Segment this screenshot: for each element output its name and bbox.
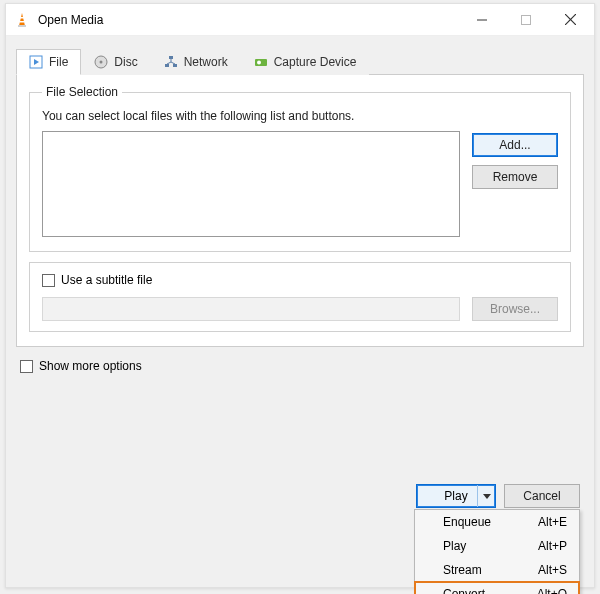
show-more-checkbox[interactable]: [20, 360, 33, 373]
maximize-button[interactable]: [504, 5, 548, 35]
footer-buttons: Play Cancel: [416, 484, 580, 508]
remove-button[interactable]: Remove: [472, 165, 558, 189]
add-button-label: Add...: [499, 138, 530, 152]
vlc-cone-icon: [14, 12, 30, 28]
file-icon: [29, 55, 43, 69]
subtitle-checkbox[interactable]: [42, 274, 55, 287]
tab-capture[interactable]: Capture Device: [241, 49, 370, 75]
show-more-label: Show more options: [39, 359, 142, 373]
dropdown-item-enqueue[interactable]: Enqueue Alt+E: [415, 510, 579, 534]
cancel-button-label: Cancel: [523, 489, 560, 503]
tab-capture-label: Capture Device: [274, 55, 357, 69]
dialog-body: File Disc Network Capture Device File Se…: [6, 36, 594, 587]
svg-line-17: [171, 62, 175, 64]
svg-marker-0: [19, 13, 25, 26]
open-media-dialog: Open Media File Disc Network Capture De: [5, 3, 595, 588]
titlebar: Open Media: [6, 4, 594, 36]
cancel-button[interactable]: Cancel: [504, 484, 580, 508]
tab-disc[interactable]: Disc: [81, 49, 150, 75]
dropdown-item-convert[interactable]: Convert Alt+O: [415, 582, 579, 594]
close-button[interactable]: [548, 5, 592, 35]
svg-marker-20: [483, 494, 491, 499]
window-title: Open Media: [38, 13, 460, 27]
window-controls: [460, 5, 592, 35]
svg-point-11: [100, 61, 103, 64]
svg-rect-3: [20, 21, 25, 23]
chevron-down-icon: [483, 494, 491, 499]
file-selection-legend: File Selection: [42, 85, 122, 99]
dropdown-item-stream[interactable]: Stream Alt+S: [415, 558, 579, 582]
file-selection-hint: You can select local files with the foll…: [42, 109, 558, 123]
dropdown-label: Convert: [443, 587, 485, 594]
dropdown-shortcut: Alt+S: [538, 563, 567, 577]
dropdown-shortcut: Alt+O: [537, 587, 567, 594]
file-selection-group: File Selection You can select local file…: [29, 85, 571, 252]
tab-disc-label: Disc: [114, 55, 137, 69]
subtitle-checkbox-label: Use a subtitle file: [61, 273, 152, 287]
svg-rect-1: [18, 25, 26, 27]
dropdown-shortcut: Alt+P: [538, 539, 567, 553]
browse-button: Browse...: [472, 297, 558, 321]
add-button[interactable]: Add...: [472, 133, 558, 157]
tab-bar: File Disc Network Capture Device: [16, 47, 584, 75]
svg-rect-2: [20, 17, 24, 19]
tab-network-label: Network: [184, 55, 228, 69]
svg-rect-14: [173, 64, 177, 67]
svg-rect-13: [165, 64, 169, 67]
tab-file-label: File: [49, 55, 68, 69]
network-icon: [164, 55, 178, 69]
browse-button-label: Browse...: [490, 302, 540, 316]
svg-line-16: [167, 62, 171, 64]
play-button[interactable]: Play: [416, 484, 496, 508]
dropdown-label: Stream: [443, 563, 482, 577]
file-list[interactable]: [42, 131, 460, 237]
subtitle-path-input: [42, 297, 460, 321]
dropdown-label: Enqueue: [443, 515, 491, 529]
subtitle-group: Use a subtitle file Browse...: [29, 262, 571, 332]
play-dropdown-toggle[interactable]: [477, 485, 495, 507]
play-dropdown-menu: Enqueue Alt+E Play Alt+P Stream Alt+S Co…: [414, 509, 580, 594]
minimize-button[interactable]: [460, 5, 504, 35]
show-more-row: Show more options: [20, 359, 580, 373]
remove-button-label: Remove: [493, 170, 538, 184]
dropdown-shortcut: Alt+E: [538, 515, 567, 529]
tab-network[interactable]: Network: [151, 49, 241, 75]
play-button-label: Play: [444, 489, 467, 503]
svg-point-19: [257, 61, 261, 65]
dropdown-item-play[interactable]: Play Alt+P: [415, 534, 579, 558]
svg-rect-12: [169, 56, 173, 59]
svg-rect-5: [522, 15, 531, 24]
capture-device-icon: [254, 55, 268, 69]
file-panel: File Selection You can select local file…: [16, 74, 584, 347]
disc-icon: [94, 55, 108, 69]
tab-file[interactable]: File: [16, 49, 81, 75]
dropdown-label: Play: [443, 539, 466, 553]
